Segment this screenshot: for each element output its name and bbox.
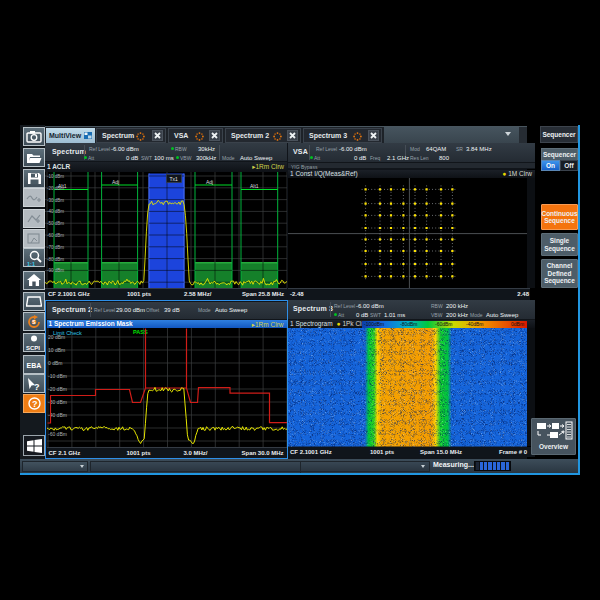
svg-text:-60 dBm: -60 dBm <box>48 431 67 437</box>
svg-text:0 dBm: 0 dBm <box>48 360 62 366</box>
svg-text:EBA: EBA <box>27 362 42 369</box>
svg-text:-30 dBm: -30 dBm <box>47 198 64 203</box>
svg-text:SCPI: SCPI <box>26 345 40 351</box>
svg-text:-20 dBm: -20 dBm <box>48 386 67 392</box>
svg-text:10 dBm: 10 dBm <box>48 347 65 353</box>
svg-text:-90 dBm: -90 dBm <box>47 268 64 273</box>
svg-text:-60 dBm: -60 dBm <box>47 233 64 238</box>
svg-text:-80 dBm: -80 dBm <box>47 257 64 262</box>
svg-text:-50 dBm: -50 dBm <box>47 221 64 226</box>
svg-text:-40 dBm: -40 dBm <box>47 209 64 214</box>
svg-text:-10 dBm: -10 dBm <box>47 174 64 179</box>
svg-text:Tx1: Tx1 <box>170 176 179 182</box>
svg-text:-10 dBm: -10 dBm <box>48 373 67 379</box>
svg-text:Alt1: Alt1 <box>250 183 259 189</box>
svg-text:?: ? <box>32 399 38 409</box>
svg-text:Adj: Adj <box>206 179 213 185</box>
svg-text:-70 dBm: -70 dBm <box>47 245 64 250</box>
svg-text:?: ? <box>34 382 40 391</box>
svg-text:1:1: 1:1 <box>27 260 35 266</box>
svg-text:Adj: Adj <box>112 179 119 185</box>
svg-text:20 dBm: 20 dBm <box>48 334 65 340</box>
svg-text:-20 dBm: -20 dBm <box>47 186 64 191</box>
